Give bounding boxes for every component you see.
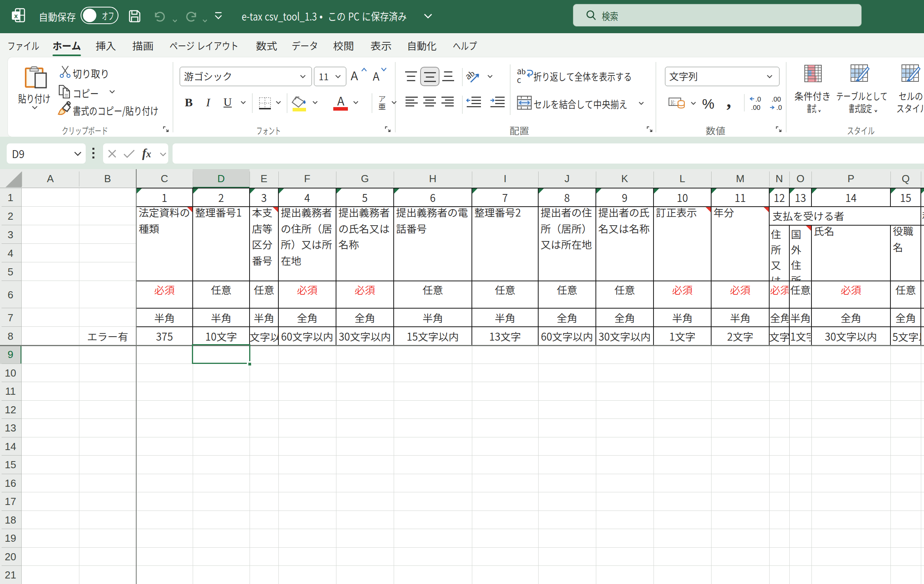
svg-text:c: c	[517, 73, 521, 85]
svg-text:ab: ab	[466, 68, 477, 82]
svg-text:x: x	[14, 12, 18, 20]
